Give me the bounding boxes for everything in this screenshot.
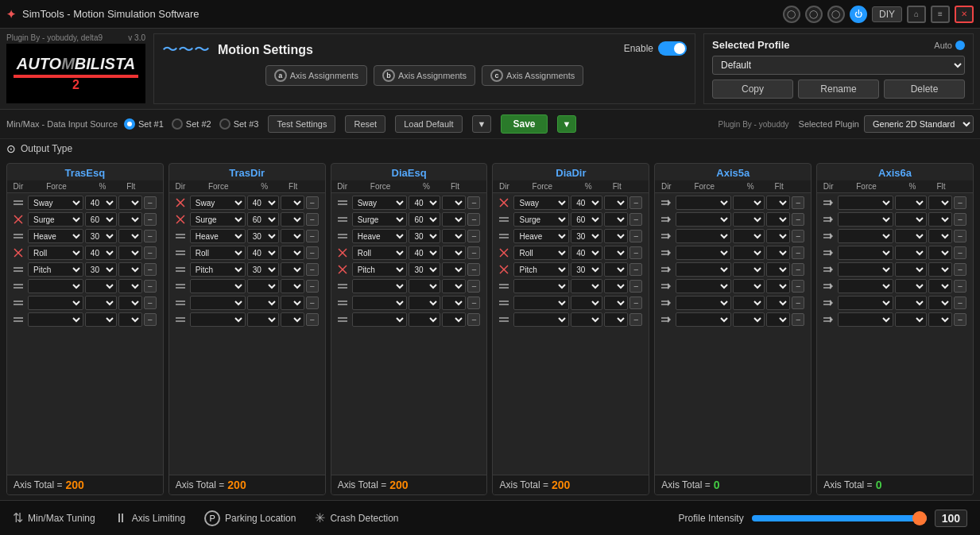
close-button[interactable]: ✕ — [955, 6, 974, 23]
minus-btn-3-3[interactable]: − — [629, 246, 642, 259]
minus-btn-5-4[interactable]: − — [954, 263, 966, 276]
pct-select-2-1[interactable]: 102030405060708090100 — [409, 212, 440, 227]
axis-limiting-item[interactable]: ⏸ Axis Limiting — [114, 511, 185, 525]
flt-select-2-5[interactable] — [442, 279, 466, 293]
force-select-2-7[interactable]: SwaySurgeHeaveRollPitchExtra1Extra2 — [352, 312, 408, 327]
minus-btn-1-5[interactable]: − — [306, 280, 319, 293]
pct-select-2-4[interactable]: 102030405060708090100 — [409, 262, 440, 277]
minus-btn-0-7[interactable]: − — [144, 313, 157, 326]
minus-btn-3-0[interactable]: − — [629, 196, 642, 209]
minus-btn-2-5[interactable]: − — [467, 280, 480, 293]
minus-btn-5-1[interactable]: − — [954, 213, 966, 226]
force-select-0-4[interactable]: SwaySurgeHeaveRollPitchExtra1Extra2 — [28, 262, 83, 277]
flt-select-2-4[interactable] — [442, 262, 466, 277]
force-select-4-1[interactable]: SwaySurgeHeaveRollPitchExtra1Extra2 — [676, 212, 731, 227]
minus-btn-2-7[interactable]: − — [467, 313, 480, 326]
circle-btn-2[interactable]: ◯ — [805, 6, 823, 23]
minus-btn-4-7[interactable]: − — [792, 313, 804, 326]
delete-button[interactable]: Delete — [884, 79, 965, 99]
minus-btn-2-3[interactable]: − — [467, 246, 480, 259]
flt-select-4-6[interactable] — [766, 296, 790, 310]
force-select-4-3[interactable]: SwaySurgeHeaveRollPitchExtra1Extra2 — [676, 246, 731, 260]
pct-select-0-3[interactable]: 102030405060708090100 — [85, 246, 117, 260]
pct-select-1-0[interactable]: 102030405060708090100 — [247, 196, 279, 210]
force-select-3-7[interactable]: SwaySurgeHeaveRollPitchExtra1Extra2 — [513, 312, 569, 327]
minus-btn-0-0[interactable]: − — [144, 196, 157, 209]
minus-btn-5-3[interactable]: − — [954, 246, 966, 259]
minus-btn-4-2[interactable]: − — [792, 230, 804, 242]
flt-select-4-4[interactable] — [766, 262, 790, 277]
pct-select-1-2[interactable]: 102030405060708090100 — [247, 229, 279, 243]
flt-select-4-1[interactable] — [766, 212, 790, 227]
minus-btn-5-5[interactable]: − — [954, 280, 966, 293]
pct-select-4-6[interactable]: 102030405060708090100 — [733, 296, 765, 310]
flt-select-5-7[interactable] — [928, 312, 952, 327]
flt-select-3-6[interactable] — [604, 296, 628, 310]
force-select-0-7[interactable]: SwaySurgeHeaveRollPitchExtra1Extra2 — [28, 312, 83, 327]
force-select-4-2[interactable]: SwaySurgeHeaveRollPitchExtra1Extra2 — [676, 229, 731, 243]
force-select-1-3[interactable]: SwaySurgeHeaveRollPitchExtra1Extra2 — [190, 246, 246, 260]
test-settings-button[interactable]: Test Settings — [268, 115, 335, 133]
minus-btn-4-1[interactable]: − — [792, 213, 804, 226]
force-select-2-0[interactable]: SwaySurgeHeaveRollPitchExtra1Extra2 — [352, 196, 408, 210]
flt-select-5-3[interactable] — [928, 246, 952, 260]
pct-select-1-4[interactable]: 102030405060708090100 — [247, 262, 279, 277]
pct-select-5-3[interactable]: 102030405060708090100 — [895, 246, 927, 260]
enable-toggle[interactable] — [658, 41, 687, 56]
home-button[interactable]: ⌂ — [907, 6, 926, 23]
flt-select-4-3[interactable] — [766, 246, 790, 260]
force-select-0-3[interactable]: SwaySurgeHeaveRollPitchExtra1Extra2 — [28, 246, 83, 260]
flt-select-1-3[interactable] — [281, 246, 304, 260]
flt-select-1-4[interactable] — [281, 262, 304, 277]
force-select-0-5[interactable]: SwaySurgeHeaveRollPitchExtra1Extra2 — [28, 279, 83, 293]
force-select-3-6[interactable]: SwaySurgeHeaveRollPitchExtra1Extra2 — [513, 296, 569, 310]
minus-btn-5-6[interactable]: − — [954, 297, 966, 309]
radio-set2[interactable]: Set #2 — [172, 118, 211, 130]
minus-btn-0-4[interactable]: − — [144, 263, 157, 276]
flt-select-5-0[interactable] — [928, 196, 952, 210]
force-select-1-7[interactable]: SwaySurgeHeaveRollPitchExtra1Extra2 — [190, 312, 246, 327]
pct-select-4-5[interactable]: 102030405060708090100 — [733, 279, 765, 293]
force-select-0-0[interactable]: SwaySurgeHeaveRollPitchExtra1Extra2 — [28, 196, 83, 210]
force-select-3-3[interactable]: SwaySurgeHeaveRollPitchExtra1Extra2 — [513, 246, 569, 260]
pct-select-0-6[interactable]: 102030405060708090100 — [85, 296, 117, 310]
pct-select-4-1[interactable]: 102030405060708090100 — [733, 212, 765, 227]
minus-btn-0-1[interactable]: − — [144, 213, 157, 226]
pct-select-2-0[interactable]: 102030405060708090100 — [409, 196, 440, 210]
pct-select-3-6[interactable]: 102030405060708090100 — [571, 296, 602, 310]
pct-select-5-4[interactable]: 102030405060708090100 — [895, 262, 927, 277]
crash-detection-item[interactable]: ✳ Crash Detection — [315, 510, 398, 525]
load-default-button[interactable]: Load Default — [395, 115, 462, 133]
flt-select-5-6[interactable] — [928, 296, 952, 310]
flt-select-1-6[interactable] — [281, 296, 304, 310]
pct-select-3-7[interactable]: 102030405060708090100 — [571, 312, 602, 327]
pct-select-4-3[interactable]: 102030405060708090100 — [733, 246, 765, 260]
pct-select-2-2[interactable]: 102030405060708090100 — [409, 229, 440, 243]
minus-btn-0-5[interactable]: − — [144, 280, 157, 293]
flt-select-0-1[interactable] — [118, 212, 142, 227]
flt-select-3-5[interactable] — [604, 279, 628, 293]
minus-btn-5-2[interactable]: − — [954, 230, 966, 242]
minus-btn-1-4[interactable]: − — [306, 263, 319, 276]
minus-btn-4-0[interactable]: − — [792, 196, 804, 209]
flt-select-0-0[interactable] — [118, 196, 142, 210]
power-btn[interactable]: ⏻ — [850, 6, 867, 23]
flt-select-3-1[interactable] — [604, 212, 628, 227]
minus-btn-5-7[interactable]: − — [954, 313, 966, 326]
pct-select-1-5[interactable]: 102030405060708090100 — [247, 279, 279, 293]
minus-btn-4-4[interactable]: − — [792, 263, 804, 276]
pct-select-3-2[interactable]: 102030405060708090100 — [571, 229, 602, 243]
pct-select-4-2[interactable]: 102030405060708090100 — [733, 229, 765, 243]
force-select-5-2[interactable]: SwaySurgeHeaveRollPitchExtra1Extra2 — [838, 229, 893, 243]
flt-select-2-6[interactable] — [442, 296, 466, 310]
force-select-2-3[interactable]: SwaySurgeHeaveRollPitchExtra1Extra2 — [352, 246, 408, 260]
pct-select-0-5[interactable]: 102030405060708090100 — [85, 279, 117, 293]
minus-btn-4-5[interactable]: − — [792, 280, 804, 293]
flt-select-4-5[interactable] — [766, 279, 790, 293]
minmax-tuning-item[interactable]: ⇅ Min/Max Tuning — [13, 510, 95, 525]
minus-btn-0-6[interactable]: − — [144, 297, 157, 309]
load-default-dropdown[interactable]: ▼ — [472, 115, 492, 133]
force-select-2-5[interactable]: SwaySurgeHeaveRollPitchExtra1Extra2 — [352, 279, 408, 293]
flt-select-0-5[interactable] — [118, 279, 142, 293]
force-select-3-1[interactable]: SwaySurgeHeaveRollPitchExtra1Extra2 — [513, 212, 569, 227]
